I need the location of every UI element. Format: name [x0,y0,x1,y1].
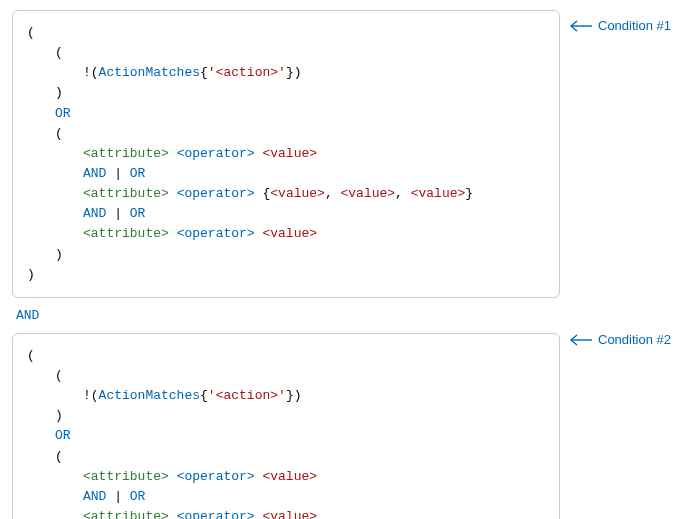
value-placeholder: <value> [262,226,317,241]
and-keyword: AND [83,166,106,181]
paren-open: ( [27,25,35,40]
code-line: ( [27,23,545,43]
pipe: | [106,166,129,181]
code-line: <attribute> <operator> <value> [27,224,545,244]
callout-condition-1: Condition #1 [568,18,671,33]
paren-close: ) [55,247,63,262]
value-placeholder: <value> [270,186,325,201]
pipe: | [106,206,129,221]
arrow-left-icon [568,334,592,346]
paren-close: ) [27,267,35,282]
attribute-placeholder: <attribute> [83,226,169,241]
value-placeholder: <value> [341,186,396,201]
paren-open: ( [55,45,63,60]
space [169,469,177,484]
brace-open: { [200,388,208,403]
code-line: AND | OR [27,164,545,184]
action-matches: ActionMatches [99,388,200,403]
brace-close: } [286,65,294,80]
attribute-placeholder: <attribute> [83,186,169,201]
action-matches: ActionMatches [99,65,200,80]
value-placeholder: <value> [262,469,317,484]
paren-close: ) [55,408,63,423]
quote: ' [278,388,286,403]
attribute-placeholder: <attribute> [83,469,169,484]
attribute-placeholder: <attribute> [83,509,169,519]
action-placeholder: <action> [216,388,278,403]
or-keyword: OR [130,206,146,221]
code-line: <attribute> <operator> <value> [27,467,545,487]
space [169,509,177,519]
code-line: ) [27,245,545,265]
attribute-placeholder: <attribute> [83,146,169,161]
code-line: <attribute> <operator> {<value>, <value>… [27,184,545,204]
code-line: ( [27,447,545,467]
code-line: ( [27,366,545,386]
code-line: ) [27,83,545,103]
space [169,146,177,161]
code-line: !(ActionMatches{'<action>'}) [27,63,545,83]
code-line: ( [27,124,545,144]
bang-open: !( [83,388,99,403]
action-placeholder: <action> [216,65,278,80]
or-keyword: OR [55,106,71,121]
operator-placeholder: <operator> [177,469,255,484]
condition-block-2: ( ( !(ActionMatches{'<action>'}) ) OR ( … [12,333,560,519]
comma: , [395,186,411,201]
code-line: <attribute> <operator> <value> [27,507,545,519]
code-line: AND | OR [27,487,545,507]
brace-open: { [200,65,208,80]
or-keyword: OR [130,166,146,181]
paren-close: ) [55,85,63,100]
or-keyword: OR [55,428,71,443]
operator-placeholder: <operator> [177,509,255,519]
code-line: OR [27,426,545,446]
operator-placeholder: <operator> [177,226,255,241]
paren-close: ) [294,388,302,403]
code-line: ( [27,43,545,63]
code-line: ( [27,346,545,366]
space [169,186,177,201]
paren-open: ( [55,449,63,464]
paren-open: ( [55,126,63,141]
arrow-left-icon [568,20,592,32]
space [169,226,177,241]
condition-block-1: ( ( !(ActionMatches{'<action>'}) ) OR ( … [12,10,560,298]
paren-close: ) [294,65,302,80]
callout-condition-2: Condition #2 [568,332,671,347]
pipe: | [106,489,129,504]
operator-placeholder: <operator> [177,186,255,201]
bang-open: !( [83,65,99,80]
quote: ' [208,388,216,403]
quote: ' [278,65,286,80]
callout-label: Condition #1 [598,18,671,33]
code-line: AND | OR [27,204,545,224]
code-line: ) [27,406,545,426]
brace-close: } [465,186,473,201]
or-keyword: OR [130,489,146,504]
and-keyword: AND [83,206,106,221]
paren-open: ( [55,368,63,383]
callout-label: Condition #2 [598,332,671,347]
operator-placeholder: <operator> [177,146,255,161]
value-placeholder: <value> [262,509,317,519]
and-separator: AND [16,308,672,323]
brace-close: } [286,388,294,403]
code-line: OR [27,104,545,124]
code-line: !(ActionMatches{'<action>'}) [27,386,545,406]
and-keyword: AND [83,489,106,504]
paren-open: ( [27,348,35,363]
comma: , [325,186,341,201]
code-line: ) [27,265,545,285]
code-line: <attribute> <operator> <value> [27,144,545,164]
quote: ' [208,65,216,80]
value-placeholder: <value> [262,146,317,161]
value-placeholder: <value> [411,186,466,201]
